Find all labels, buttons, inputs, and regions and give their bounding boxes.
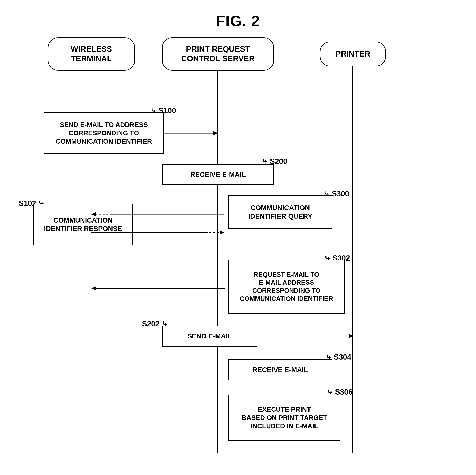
arrow-s100-to-server [164,130,218,136]
actor-server: PRINT REQUEST CONTROL SERVER [162,37,274,71]
figure-title: FIG. 2 [216,13,260,30]
arrow-s202-to-printer [257,333,354,339]
arrow-s302 [91,286,229,291]
svg-marker-9 [91,286,96,291]
lifeline-server [217,71,218,453]
diagram: FIG. 2 WIRELESS TERMINAL PRINT REQUEST C… [0,0,476,475]
arrow-s300-query [91,212,229,217]
step-box-s200: RECEIVE E-MAIL [162,164,274,185]
step-box-s302: REQUEST E-MAIL TOE-MAIL ADDRESSCORRESPON… [228,260,345,314]
arrow-s102-response [91,230,229,235]
step-box-s100: SEND E-MAIL TO ADDRESSCORRESPONDING TOCO… [44,112,164,154]
step-box-s300: COMMUNICATIONIDENTIFIER QUERY [228,195,332,229]
svg-marker-1 [213,131,218,135]
step-box-s202: SEND E-MAIL [162,326,257,347]
step-box-s102: COMMUNICATIONIDENTIFIER RESPONSE [33,204,133,245]
svg-marker-4 [91,212,96,216]
step-box-s304: RECEIVE E-MAIL [228,360,332,380]
actor-wireless: WIRELESS TERMINAL [48,37,135,71]
svg-marker-11 [349,334,353,338]
step-box-s306: EXECUTE PRINTBASED ON PRINT TARGETINCLUD… [228,395,340,440]
actor-printer: PRINTER [320,42,386,67]
svg-marker-7 [220,230,224,235]
